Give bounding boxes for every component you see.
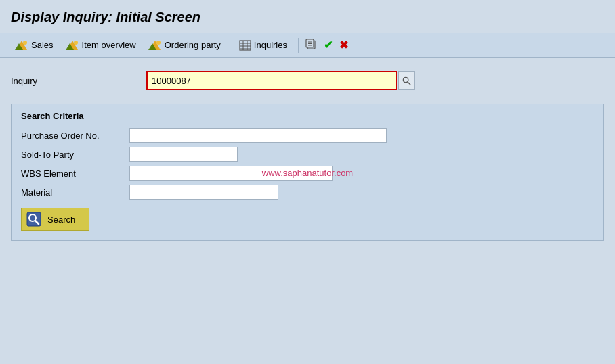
input-po-number[interactable] [129,128,387,143]
copy-button[interactable] [301,36,320,54]
toolbar-divider-2 [298,38,299,53]
criteria-label-sold: Sold-To Party [21,150,129,160]
search-criteria-box: Search Criteria www.saphanatutor.com Pur… [11,104,604,241]
content-area: Inquiry Search Criteria www.saphanatutor… [11,58,604,248]
tab-inquiries-label: Inquiries [254,40,287,50]
tab-ordering-party[interactable]: Ordering party [144,37,229,54]
search-button-label: Search [47,214,75,225]
inquiry-search-button[interactable] [398,71,415,90]
search-button[interactable]: Search [21,208,89,231]
criteria-label-po: Purchase Order No. [21,131,129,141]
svg-point-20 [403,77,408,82]
tab-item-overview-label: Item overview [82,40,136,50]
inquiry-input-wrapper [146,71,415,90]
criteria-row-sold: Sold-To Party [21,147,594,162]
search-icon [26,212,42,227]
svg-point-8 [156,41,161,45]
criteria-row-po: Purchase Order No. [21,128,594,143]
tab-item-overview[interactable]: Item overview [62,37,144,54]
criteria-label-wbs: WBS Element [21,168,129,179]
criteria-row-wbs: WBS Element [21,166,594,181]
toolbar: Sales Item overview Orderi [0,33,615,58]
tab-inquiries[interactable]: Inquiries [235,37,295,53]
tab-ordering-party-label: Ordering party [165,40,221,50]
page-title: Display Inquiry: Initial Screen [11,7,604,28]
input-sold-to-party[interactable] [129,147,238,162]
mountain-icon-item-overview [66,39,79,51]
criteria-label-material: Material [21,187,129,198]
check-icon: ✔ [324,39,333,51]
search-criteria-title: Search Criteria [21,111,594,121]
mountain-icon-ordering-party [148,39,162,51]
table-icon-inquiries [239,40,251,51]
inquiry-row: Inquiry [11,71,604,90]
svg-point-5 [74,41,78,45]
mountain-icon-sales [15,39,28,51]
confirm-button[interactable]: ✔ [320,37,336,53]
input-material[interactable] [129,185,278,200]
x-icon: ✖ [339,39,348,51]
inquiry-input[interactable] [146,71,397,90]
tab-sales-label: Sales [31,40,54,50]
svg-point-2 [23,41,27,45]
svg-line-21 [407,81,410,84]
tab-sales[interactable]: Sales [11,37,62,54]
inquiry-label: Inquiry [11,76,146,86]
cancel-button[interactable]: ✖ [336,37,352,53]
copy-icon [305,38,317,52]
toolbar-divider-1 [232,38,232,53]
criteria-row-material: Material [21,185,594,200]
main-container: Display Inquiry: Initial Screen Sales [0,0,615,364]
input-wbs-element[interactable] [129,166,333,181]
